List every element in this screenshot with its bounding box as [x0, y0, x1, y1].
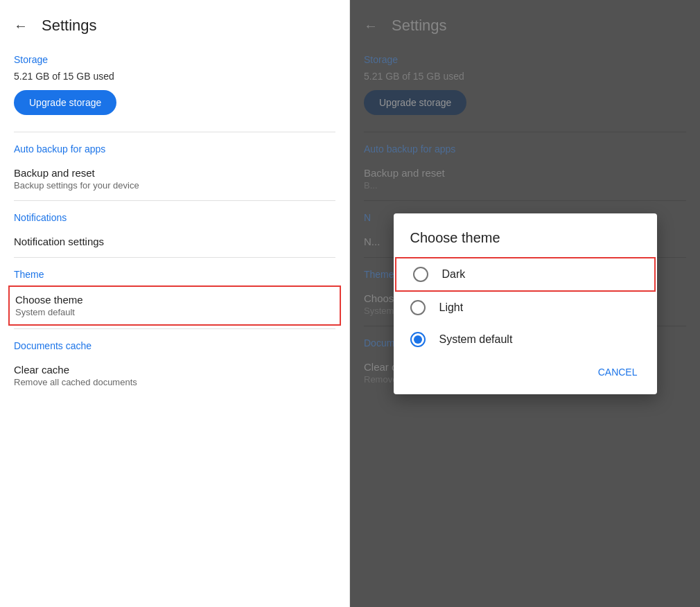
choose-theme-title: Choose theme: [15, 294, 334, 306]
left-panel: ← Settings Storage 5.21 GB of 15 GB used…: [0, 0, 350, 607]
choose-theme-modal: Choose theme Dark Light System default: [394, 213, 657, 394]
storage-info: 5.21 GB of 15 GB used: [14, 71, 335, 82]
choose-theme-subtitle: System default: [15, 307, 334, 317]
system-default-option-label: System default: [439, 333, 513, 346]
clear-cache-title: Clear cache: [14, 364, 335, 376]
section-label-theme: Theme: [14, 269, 335, 280]
divider-1: [14, 132, 335, 132]
upgrade-storage-button[interactable]: Upgrade storage: [14, 90, 116, 115]
modal-actions: Cancel: [394, 355, 657, 389]
section-label-notifications: Notifications: [14, 212, 335, 223]
clear-cache-item[interactable]: Clear cache Remove all cached documents: [14, 357, 335, 394]
dark-option[interactable]: Dark: [395, 257, 656, 292]
system-default-option[interactable]: System default: [394, 324, 657, 355]
backup-reset-title: Backup and reset: [14, 167, 335, 179]
system-default-radio[interactable]: [410, 332, 426, 347]
clear-cache-subtitle: Remove all cached documents: [14, 377, 335, 387]
light-option-label: Light: [439, 301, 464, 314]
backup-reset-subtitle: Backup settings for your device: [14, 180, 335, 191]
section-label-storage: Storage: [14, 54, 335, 65]
dark-radio[interactable]: [413, 267, 428, 282]
modal-title: Choose theme: [394, 230, 657, 257]
divider-3: [14, 257, 335, 258]
cancel-button[interactable]: Cancel: [590, 361, 646, 383]
right-panel: ← Settings Storage 5.21 GB of 15 GB used…: [350, 0, 700, 607]
notification-settings-title: Notification settings: [14, 236, 335, 247]
section-label-autobackup: Auto backup for apps: [14, 143, 335, 155]
left-header: ← Settings: [14, 17, 335, 35]
section-label-cache: Documents cache: [14, 340, 335, 351]
divider-2: [14, 200, 335, 201]
dark-option-label: Dark: [442, 268, 466, 281]
back-arrow-icon[interactable]: ←: [14, 18, 28, 34]
page-title: Settings: [42, 17, 97, 35]
light-option[interactable]: Light: [394, 292, 657, 324]
choose-theme-item[interactable]: Choose theme System default: [8, 285, 341, 326]
light-radio[interactable]: [410, 300, 426, 315]
notification-settings-item[interactable]: Notification settings: [14, 229, 335, 254]
divider-4: [14, 328, 335, 329]
backup-reset-item[interactable]: Backup and reset Backup settings for you…: [14, 160, 335, 197]
modal-overlay: Choose theme Dark Light System default: [350, 0, 700, 607]
radio-selected-indicator: [414, 335, 422, 344]
